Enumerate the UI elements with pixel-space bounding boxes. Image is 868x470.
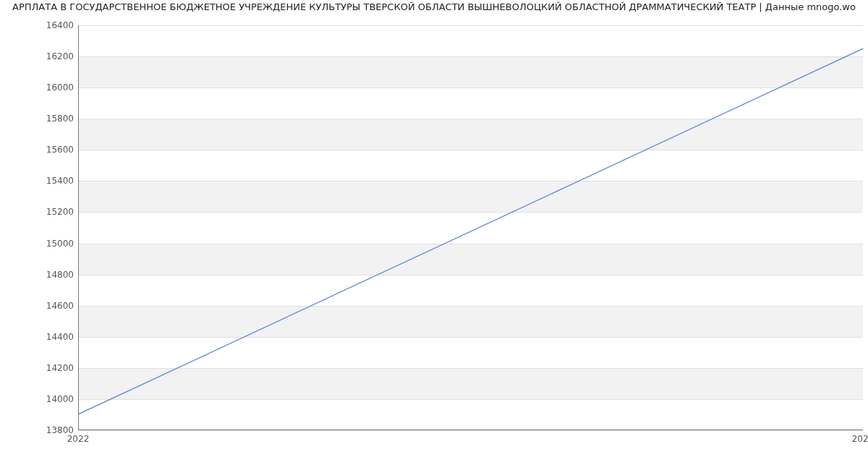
grid-line	[79, 430, 863, 431]
y-tick-label: 15200	[30, 207, 74, 217]
series-line	[79, 48, 863, 414]
x-tick-label: 2022	[67, 434, 90, 444]
y-tick-label: 14600	[30, 301, 74, 311]
y-tick-label: 15800	[30, 114, 74, 124]
chart-title: АРПЛАТА В ГОСУДАРСТВЕННОЕ БЮДЖЕТНОЕ УЧРЕ…	[0, 1, 868, 12]
y-tick-label: 16400	[30, 20, 74, 30]
y-tick-label: 16200	[30, 51, 74, 61]
plot-area	[78, 25, 863, 430]
y-tick-label: 15400	[30, 176, 74, 186]
line-layer	[79, 25, 863, 430]
y-tick-label: 16000	[30, 82, 74, 93]
y-tick-label: 14400	[30, 332, 74, 342]
y-tick-label: 15000	[30, 239, 74, 249]
y-tick-label: 14800	[30, 270, 74, 280]
y-tick-label: 15600	[30, 145, 74, 155]
y-tick-label: 14200	[30, 363, 74, 373]
y-tick-label: 14000	[30, 394, 74, 404]
x-tick-label: 2023	[852, 434, 868, 444]
